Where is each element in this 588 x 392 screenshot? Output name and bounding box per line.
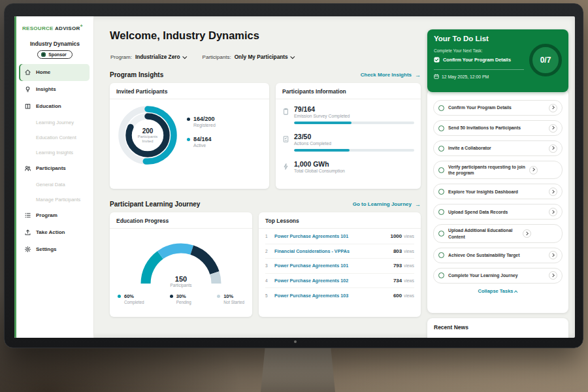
sidebar-item-program[interactable]: Program: [19, 207, 90, 224]
sidebar-item-home[interactable]: Home: [19, 64, 90, 81]
sidebar-item-settings[interactable]: Settings: [19, 241, 90, 258]
background-scene: RESOURCE ADVISOR+ Industry Dynamics Spon…: [0, 0, 588, 392]
task-label: Explore Your Insights Dashboard: [448, 189, 545, 195]
task-checkbox[interactable]: [438, 231, 444, 237]
collapse-tasks-link[interactable]: Collapse Tasks: [427, 288, 568, 294]
participants-select[interactable]: Only My Participants: [235, 54, 295, 60]
task-checkbox[interactable]: [438, 146, 444, 152]
donut-center-label: 200 Participants Invited: [115, 103, 180, 168]
program-select-value: Industrialize Zero: [135, 54, 180, 60]
sidebar-item-label: Education Content: [36, 135, 76, 140]
task-label: Achieve One Sustainability Target: [448, 252, 545, 258]
sidebar-item-participants[interactable]: Participants: [19, 160, 90, 177]
task-item[interactable]: Confirm Your Program Details: [433, 100, 563, 116]
task-open-button[interactable]: [549, 188, 557, 196]
task-label: Send 50 Invitations to Participants: [448, 125, 545, 131]
task-checkbox[interactable]: [438, 189, 444, 195]
legend-dot: [187, 118, 190, 121]
participants-filter: Participants: Only My Participants: [203, 54, 295, 60]
legend-label: Registered: [193, 123, 216, 127]
program-select[interactable]: Industrialize Zero: [135, 54, 187, 60]
stat-global-consumption: 1,000 GWh Total Global Consumption: [282, 160, 414, 173]
legend-label: Active: [193, 143, 216, 148]
chevron-right-icon: [551, 189, 554, 193]
task-checkbox[interactable]: [438, 105, 444, 111]
lesson-row: 4 Power Purchase Agreements 102 734 view…: [265, 274, 414, 289]
link-label: Go to Learning Journey: [353, 201, 412, 207]
legend-pending: 30% Pending: [170, 293, 191, 304]
participants-information-card: Participants Information 79/164 Emission…: [276, 83, 421, 189]
donut-legend: 164/200 Registered 84/164 Active: [187, 103, 216, 168]
program-filter-label: Program:: [110, 54, 132, 60]
lesson-title-link[interactable]: Financial Considerations - VPPAs: [274, 248, 393, 254]
task-open-button[interactable]: [523, 229, 531, 238]
lesson-row: 5 Power Purchase Agreements 103 600 view…: [265, 288, 414, 303]
legend-label: Not Started: [223, 300, 244, 304]
lesson-title-link[interactable]: Power Purchase Agreements 102: [274, 278, 393, 284]
task-label: Verify participants requesting to join t…: [448, 164, 525, 176]
task-label: Complete Your Learning Journey: [448, 272, 545, 278]
sidebar-item-education[interactable]: Education: [19, 98, 90, 115]
task-open-button[interactable]: [549, 144, 557, 153]
monitor-stand: [261, 346, 335, 392]
sidebar-item-learning-journey[interactable]: Learning Journey: [19, 115, 90, 130]
task-open-button[interactable]: [549, 104, 557, 112]
due-date-row: 12 May 2025, 12:00 PM: [434, 74, 489, 79]
education-progress-gauge: 150 Participants: [132, 233, 230, 287]
lesson-views-suffix: views: [404, 263, 414, 268]
power-led: [294, 340, 297, 343]
sidebar-item-label: Home: [36, 69, 50, 75]
stat-actions-completed: 23/50 Actions Completed: [282, 133, 414, 152]
task-item[interactable]: Invite a Collaborator: [433, 140, 563, 156]
check-more-insights-link[interactable]: Check More Insights →: [361, 72, 421, 78]
card-title: Invited Participants: [110, 83, 269, 99]
todo-list-panel: Confirm Your Program Details Send 50 Inv…: [427, 90, 568, 313]
participants-information-stats: 79/164 Emission Survey Completed 23/50 A…: [276, 99, 421, 173]
task-checkbox[interactable]: [438, 125, 444, 131]
task-item[interactable]: Verify participants requesting to join t…: [433, 161, 563, 179]
task-open-button[interactable]: [549, 251, 557, 259]
lesson-title-link[interactable]: Power Purchase Agreements 101: [274, 233, 390, 239]
task-item[interactable]: Upload Additional Educational Content: [433, 224, 563, 242]
sidebar-item-insights[interactable]: Insights: [19, 81, 90, 98]
lesson-row: 1 Power Purchase Agreements 101 1000 vie…: [265, 229, 414, 244]
sidebar-item-learning-insights[interactable]: Learning Insights: [19, 145, 90, 160]
task-open-button[interactable]: [549, 208, 557, 216]
task-checkbox[interactable]: [438, 167, 444, 173]
sidebar-item-take-action[interactable]: Take Action: [19, 224, 90, 241]
go-to-learning-journey-link[interactable]: Go to Learning Journey →: [353, 201, 421, 208]
task-item[interactable]: Upload Spend Data Records: [433, 204, 563, 220]
collapse-label: Collapse Tasks: [478, 288, 513, 294]
legend-label: Pending: [176, 300, 191, 304]
book-icon: [24, 103, 31, 110]
task-open-button[interactable]: [549, 124, 557, 133]
task-checkbox[interactable]: [438, 209, 444, 215]
top-lessons-card: Top Lessons 1 Power Purchase Agreements …: [259, 212, 421, 317]
due-date-text: 12 May 2025, 12:00 PM: [442, 74, 489, 79]
next-task-row[interactable]: Confirm Your Program Details: [434, 57, 524, 63]
card-title: Top Lessons: [259, 212, 421, 229]
divider: [434, 69, 524, 70]
task-item[interactable]: Explore Your Insights Dashboard: [433, 184, 563, 199]
legend-value: 60%: [124, 293, 134, 299]
role-badge-label: Sponsor: [48, 52, 67, 57]
sidebar-item-education-content[interactable]: Education Content: [19, 130, 90, 145]
task-checkbox[interactable]: [438, 272, 444, 278]
task-item[interactable]: Achieve One Sustainability Target: [433, 248, 563, 263]
chevron-right-icon: [551, 210, 554, 213]
chevron-right-icon: [525, 231, 528, 235]
lesson-title-link[interactable]: Power Purchase Agreements 101: [274, 263, 393, 269]
task-open-button[interactable]: [529, 166, 538, 174]
sidebar-item-manage-participants[interactable]: Manage Participants: [19, 192, 90, 207]
participants-select-value: Only My Participants: [235, 54, 288, 60]
top-lessons-list: 1 Power Purchase Agreements 101 1000 vie…: [259, 229, 421, 303]
section-title: Participant Learning Journey: [110, 201, 200, 208]
stat-value: 79/164: [294, 105, 414, 113]
task-open-button[interactable]: [549, 271, 557, 280]
task-item[interactable]: Complete Your Learning Journey: [433, 268, 563, 284]
sidebar-item-general-data[interactable]: General Data: [19, 177, 90, 192]
task-checkbox[interactable]: [438, 252, 444, 258]
sidebar-item-label: Learning Journey: [36, 120, 74, 125]
task-item[interactable]: Send 50 Invitations to Participants: [433, 120, 563, 136]
lesson-title-link[interactable]: Power Purchase Agreements 103: [274, 293, 393, 299]
